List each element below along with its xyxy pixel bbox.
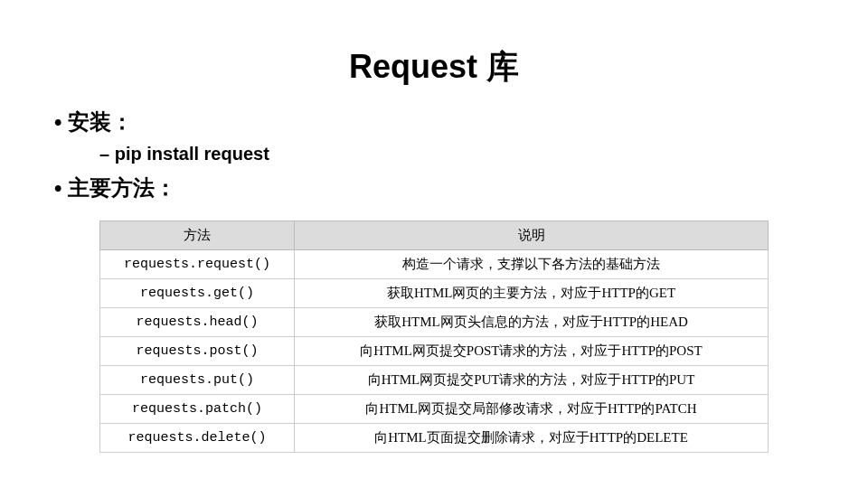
cell-method: requests.post() (100, 337, 295, 366)
header-method: 方法 (100, 221, 295, 250)
cell-desc: 向HTML网页提交POST请求的方法，对应于HTTP的POST (295, 337, 769, 366)
cell-desc: 向HTML页面提交删除请求，对应于HTTP的DELETE (295, 424, 769, 453)
bullet-install-cmd: pip install request (99, 144, 832, 164)
cell-desc: 获取HTML网页头信息的方法，对应于HTTP的HEAD (295, 308, 769, 337)
bullet-methods: 主要方法： (54, 174, 832, 202)
cell-desc: 向HTML网页提交PUT请求的方法，对应于HTTP的PUT (295, 366, 769, 395)
table-row: requests.put() 向HTML网页提交PUT请求的方法，对应于HTTP… (100, 366, 769, 395)
table-row: requests.post() 向HTML网页提交POST请求的方法，对应于HT… (100, 337, 769, 366)
table-row: requests.delete() 向HTML页面提交删除请求，对应于HTTP的… (100, 424, 769, 453)
cell-method: requests.put() (100, 366, 295, 395)
page-title: Request 库 (36, 45, 832, 89)
cell-desc: 向HTML网页提交局部修改请求，对应于HTTP的PATCH (295, 395, 769, 424)
cell-method: requests.get() (100, 279, 295, 308)
cell-desc: 构造一个请求，支撑以下各方法的基础方法 (295, 250, 769, 279)
methods-table: 方法 说明 requests.request() 构造一个请求，支撑以下各方法的… (99, 221, 769, 453)
cell-desc: 获取HTML网页的主要方法，对应于HTTP的GET (295, 279, 769, 308)
bullet-install: 安装： (54, 108, 832, 136)
table-row: requests.get() 获取HTML网页的主要方法，对应于HTTP的GET (100, 279, 769, 308)
table-header-row: 方法 说明 (100, 221, 769, 250)
cell-method: requests.head() (100, 308, 295, 337)
cell-method: requests.patch() (100, 395, 295, 424)
methods-table-wrap: 方法 说明 requests.request() 构造一个请求，支撑以下各方法的… (99, 221, 769, 453)
header-desc: 说明 (295, 221, 769, 250)
cell-method: requests.delete() (100, 424, 295, 453)
cell-method: requests.request() (100, 250, 295, 279)
table-row: requests.request() 构造一个请求，支撑以下各方法的基础方法 (100, 250, 769, 279)
table-row: requests.head() 获取HTML网页头信息的方法，对应于HTTP的H… (100, 308, 769, 337)
table-row: requests.patch() 向HTML网页提交局部修改请求，对应于HTTP… (100, 395, 769, 424)
slide-content: Request 库 安装： pip install request 主要方法： … (0, 0, 868, 471)
